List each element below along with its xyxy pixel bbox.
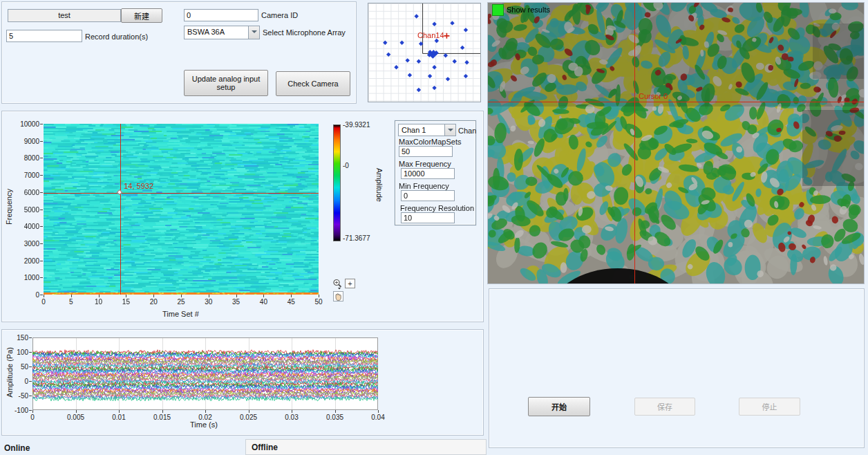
waveform-y-tick: 0 <box>24 378 28 385</box>
tick-mark <box>236 295 237 297</box>
camera-cursor-vline[interactable] <box>634 3 635 284</box>
pan-hand-icon[interactable] <box>333 291 343 301</box>
check-camera-button[interactable]: Check Camera <box>276 71 350 96</box>
tick-mark <box>40 243 43 244</box>
spectrogram-y-tick: 3000 <box>24 239 39 247</box>
tick-mark <box>291 295 292 297</box>
waveform-x-tick: 0.025 <box>240 414 257 421</box>
colorbar-label: Amplitude <box>375 168 384 202</box>
tick-mark <box>29 396 32 396</box>
spectrogram-x-tick: 35 <box>232 298 240 306</box>
spectrogram-x-tick: 0 <box>41 298 46 306</box>
camera-cursor-label: Cursor 0 <box>639 92 668 100</box>
spectrogram-y-tick: 0 <box>35 291 39 299</box>
record-duration-input[interactable] <box>6 30 82 42</box>
camera-cursor-hline[interactable] <box>488 102 864 102</box>
show-results-checkbox[interactable] <box>492 4 504 16</box>
mic-array-plot[interactable]: Chan14 <box>368 3 481 102</box>
tick-mark <box>44 295 44 297</box>
tick-mark <box>378 410 379 413</box>
stop-button[interactable]: 停止 <box>739 398 800 416</box>
colorbar-max-tick: -39.9321 <box>343 121 370 129</box>
waveform-y-tick: 150 <box>17 334 28 342</box>
status-online: Online <box>4 443 30 453</box>
spectrogram-x-tick: 5 <box>69 298 73 306</box>
record-duration-label: Record duration(s) <box>85 32 148 41</box>
min-frequency-label: Min Frequency <box>399 182 449 190</box>
camera-id-label: Camera ID <box>261 11 298 19</box>
spectrogram-y-tick: 9000 <box>24 137 39 145</box>
mic-array-label: Select Microphone Array <box>263 28 346 37</box>
spectrogram-x-tick: 15 <box>122 298 130 306</box>
max-colormap-label: MaxColorMapSets <box>399 138 461 146</box>
waveform-panel: Amplitude (Pa) Time (s) 150100500-50-100… <box>1 329 484 436</box>
mic-array-dropdown[interactable]: BSWA 36A <box>184 26 260 39</box>
tick-mark <box>29 410 32 411</box>
tick-mark <box>126 295 126 297</box>
max-frequency-label: Max Frequency <box>399 160 451 168</box>
tick-mark <box>40 124 43 124</box>
colorbar-mid-tick: -0 <box>343 162 349 169</box>
tick-mark <box>40 226 43 227</box>
camera-image-canvas[interactable] <box>488 3 864 284</box>
mic-array-canvas[interactable] <box>368 3 480 102</box>
new-session-button[interactable]: 新建 <box>121 8 162 23</box>
tick-mark <box>319 295 319 297</box>
waveform-ylabel: Amplitude (Pa) <box>6 347 14 398</box>
tick-mark <box>29 366 32 367</box>
spectrogram-y-tick: 2000 <box>24 257 39 264</box>
spectrogram-y-tick: 4000 <box>24 223 39 230</box>
tick-mark <box>99 295 100 297</box>
tick-mark <box>40 210 43 210</box>
waveform-y-tick: 50 <box>21 363 28 371</box>
update-analog-input-button[interactable]: Update analog input setup <box>184 70 268 96</box>
spectrogram-x-tick: 30 <box>205 298 212 306</box>
start-button[interactable]: 开始 <box>528 397 590 416</box>
zoom-magnifier-icon[interactable] <box>332 279 343 290</box>
tick-mark <box>119 410 120 413</box>
zoom-plus-tool[interactable]: + <box>345 279 355 288</box>
save-button[interactable]: 保存 <box>634 398 695 416</box>
spectrogram-y-tick: 10000 <box>20 120 39 128</box>
spectrogram-x-tick: 20 <box>150 298 158 306</box>
waveform-x-tick: 0.02 <box>198 414 211 421</box>
spectrogram-x-tick: 45 <box>287 298 295 306</box>
waveform-y-tick: -50 <box>19 392 28 400</box>
colorbar-min-tick: -71.3677 <box>343 234 370 242</box>
tick-mark <box>29 352 32 353</box>
status-offline-box: Offline <box>245 439 487 455</box>
min-frequency-input[interactable] <box>401 190 455 201</box>
tick-mark <box>40 141 43 142</box>
spectrogram-y-tick: 7000 <box>24 171 39 179</box>
tick-mark <box>209 295 209 297</box>
spectrogram-panel: Frequency 14, 5932 Time Set # -39.9321 -… <box>1 111 484 322</box>
camera-id-input[interactable] <box>184 9 258 21</box>
waveform-x-tick: 0.015 <box>153 414 171 421</box>
colorbar <box>333 124 341 241</box>
max-frequency-input[interactable] <box>401 168 455 179</box>
spectrogram-cursor-hline[interactable] <box>44 193 319 194</box>
spectrogram-y-tick: 5000 <box>24 205 39 213</box>
waveform-y-tick: -100 <box>15 407 28 414</box>
max-colormap-input[interactable] <box>399 146 453 157</box>
channel-dropdown[interactable]: Chan 1 <box>398 124 456 136</box>
mic-array-value: BSWA 36A <box>187 28 225 36</box>
frequency-resolution-label: Frequency Resolution <box>400 204 474 212</box>
spectrogram-ylabel: Frequency <box>5 189 13 225</box>
session-name-input[interactable]: test <box>8 9 121 22</box>
spectrogram-cursor-vline[interactable] <box>120 124 121 295</box>
camera-view[interactable]: Cursor 0 Show results <box>487 2 865 284</box>
frequency-resolution-input[interactable] <box>401 212 455 223</box>
tick-mark <box>153 295 154 297</box>
control-panel: 开始 保存 停止 <box>489 288 865 448</box>
spectrogram-cursor-label: 14, 5932 <box>124 182 153 190</box>
spectrogram-y-tick: 8000 <box>24 154 39 162</box>
tick-mark <box>40 261 43 261</box>
tick-mark <box>40 295 43 295</box>
chevron-down-icon[interactable] <box>248 26 259 39</box>
waveform-x-tick: 0.005 <box>67 414 84 421</box>
waveform-canvas[interactable] <box>32 337 378 410</box>
chevron-down-icon[interactable] <box>444 124 455 136</box>
spectrogram-canvas[interactable] <box>44 124 319 295</box>
tick-mark <box>40 175 43 176</box>
